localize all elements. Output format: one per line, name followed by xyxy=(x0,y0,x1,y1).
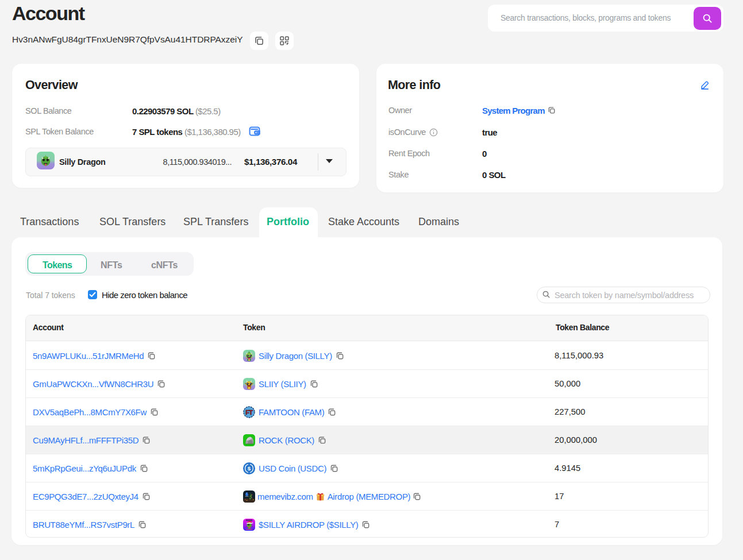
svg-text:FT: FT xyxy=(245,409,253,416)
svg-text:$: $ xyxy=(248,465,251,472)
